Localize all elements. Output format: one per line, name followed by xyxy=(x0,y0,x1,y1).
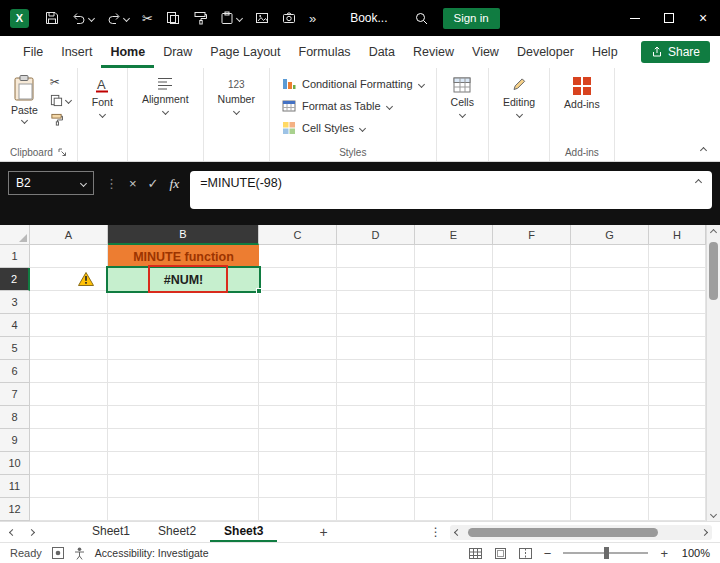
column-header-F[interactable]: F xyxy=(493,225,571,245)
cell-F11[interactable] xyxy=(493,475,571,498)
tab-file[interactable]: File xyxy=(14,36,52,68)
format-as-table-button[interactable]: Format as Table xyxy=(276,95,430,117)
cancel-icon[interactable]: × xyxy=(129,176,137,191)
cell-H12[interactable] xyxy=(649,498,706,521)
cell-A11[interactable] xyxy=(30,475,108,498)
close-button[interactable]: × xyxy=(686,0,720,36)
cell-C11[interactable] xyxy=(259,475,337,498)
accessibility-status[interactable]: Accessibility: Investigate xyxy=(95,547,209,559)
picture-button[interactable] xyxy=(255,11,269,25)
column-header-A[interactable]: A xyxy=(30,225,108,245)
hscroll-right-icon[interactable] xyxy=(701,529,708,536)
cell-F9[interactable] xyxy=(493,429,571,452)
cell-G5[interactable] xyxy=(571,337,649,360)
paste-dropdown-icon[interactable] xyxy=(21,117,28,124)
cell-F4[interactable] xyxy=(493,314,571,337)
row-header-7[interactable]: 7 xyxy=(0,383,30,406)
cell-C4[interactable] xyxy=(259,314,337,337)
name-box[interactable]: B2 xyxy=(8,171,94,195)
cell-styles-dropdown-icon[interactable] xyxy=(359,124,366,131)
cells-button[interactable]: Cells xyxy=(443,73,482,117)
error-warning-icon[interactable] xyxy=(77,271,95,287)
tab-page-layout[interactable]: Page Layout xyxy=(201,36,289,68)
vscroll-down-icon[interactable] xyxy=(707,507,720,521)
tab-developer[interactable]: Developer xyxy=(508,36,583,68)
tab-home[interactable]: Home xyxy=(101,36,154,68)
cell-A3[interactable] xyxy=(30,291,108,314)
cell-F10[interactable] xyxy=(493,452,571,475)
cell-D11[interactable] xyxy=(337,475,415,498)
column-header-D[interactable]: D xyxy=(337,225,415,245)
cell-A1[interactable] xyxy=(30,245,108,268)
number-button[interactable]: 123 Number xyxy=(210,73,263,114)
cell-F12[interactable] xyxy=(493,498,571,521)
cell-B5[interactable] xyxy=(108,337,259,360)
column-header-C[interactable]: C xyxy=(259,225,337,245)
cell-B4[interactable] xyxy=(108,314,259,337)
cell-H7[interactable] xyxy=(649,383,706,406)
tab-help[interactable]: Help xyxy=(583,36,627,68)
zoom-percentage[interactable]: 100% xyxy=(680,547,710,559)
cell-H1[interactable] xyxy=(649,245,706,268)
addins-button[interactable]: Add-ins xyxy=(556,73,608,111)
cell-G4[interactable] xyxy=(571,314,649,337)
normal-view-button[interactable] xyxy=(469,548,482,559)
tab-review[interactable]: Review xyxy=(404,36,463,68)
cell-C2[interactable] xyxy=(259,268,337,291)
font-button[interactable]: A Font xyxy=(84,73,121,117)
cell-H8[interactable] xyxy=(649,406,706,429)
cell-D2[interactable] xyxy=(337,268,415,291)
row-header-11[interactable]: 11 xyxy=(0,475,30,498)
vertical-scrollbar[interactable] xyxy=(706,225,720,521)
cell-E3[interactable] xyxy=(415,291,493,314)
cell-C12[interactable] xyxy=(259,498,337,521)
row-header-12[interactable]: 12 xyxy=(0,498,30,521)
font-dropdown-icon[interactable] xyxy=(99,111,106,118)
cell-D3[interactable] xyxy=(337,291,415,314)
cell-E11[interactable] xyxy=(415,475,493,498)
cell-C9[interactable] xyxy=(259,429,337,452)
hscroll-left-icon[interactable] xyxy=(454,529,461,536)
cell-C10[interactable] xyxy=(259,452,337,475)
sheet-options-icon[interactable]: ⋮ xyxy=(430,525,442,539)
cell-A10[interactable] xyxy=(30,452,108,475)
cell-B10[interactable] xyxy=(108,452,259,475)
cell-D4[interactable] xyxy=(337,314,415,337)
add-sheet-button[interactable]: + xyxy=(319,524,327,540)
horizontal-scrollbar[interactable] xyxy=(450,525,712,540)
cell-F1[interactable] xyxy=(493,245,571,268)
page-layout-view-button[interactable] xyxy=(494,548,507,559)
vscroll-thumb[interactable] xyxy=(709,242,718,300)
sheet-nav-left-icon[interactable] xyxy=(9,528,16,535)
cell-B3[interactable] xyxy=(108,291,259,314)
cell-E9[interactable] xyxy=(415,429,493,452)
cell-B12[interactable] xyxy=(108,498,259,521)
cell-C5[interactable] xyxy=(259,337,337,360)
zoom-slider[interactable] xyxy=(563,552,648,554)
cell-B2[interactable]: #NUM! xyxy=(108,268,259,291)
enter-icon[interactable]: ✓ xyxy=(148,176,159,191)
cell-styles-button[interactable]: Cell Styles xyxy=(276,117,430,139)
zoom-in-button[interactable]: + xyxy=(660,546,668,561)
tab-view[interactable]: View xyxy=(463,36,508,68)
tab-formulas[interactable]: Formulas xyxy=(290,36,360,68)
cell-B8[interactable] xyxy=(108,406,259,429)
row-header-8[interactable]: 8 xyxy=(0,406,30,429)
sheet-tab-sheet1[interactable]: Sheet1 xyxy=(78,522,144,542)
save-button[interactable] xyxy=(45,11,59,25)
cell-D1[interactable] xyxy=(337,245,415,268)
row-header-2[interactable]: 2 xyxy=(0,268,30,291)
paste-button[interactable]: Paste xyxy=(6,73,43,123)
cell-H4[interactable] xyxy=(649,314,706,337)
fill-handle[interactable] xyxy=(256,288,262,294)
formula-bar-resizer[interactable]: ⋮ xyxy=(105,176,118,191)
cell-E1[interactable] xyxy=(415,245,493,268)
cell-E12[interactable] xyxy=(415,498,493,521)
sheet-nav-right-icon[interactable] xyxy=(28,528,35,535)
cell-B11[interactable] xyxy=(108,475,259,498)
row-header-3[interactable]: 3 xyxy=(0,291,30,314)
cell-E8[interactable] xyxy=(415,406,493,429)
copy-dropdown-icon[interactable] xyxy=(65,97,72,104)
cell-E4[interactable] xyxy=(415,314,493,337)
cell-H9[interactable] xyxy=(649,429,706,452)
